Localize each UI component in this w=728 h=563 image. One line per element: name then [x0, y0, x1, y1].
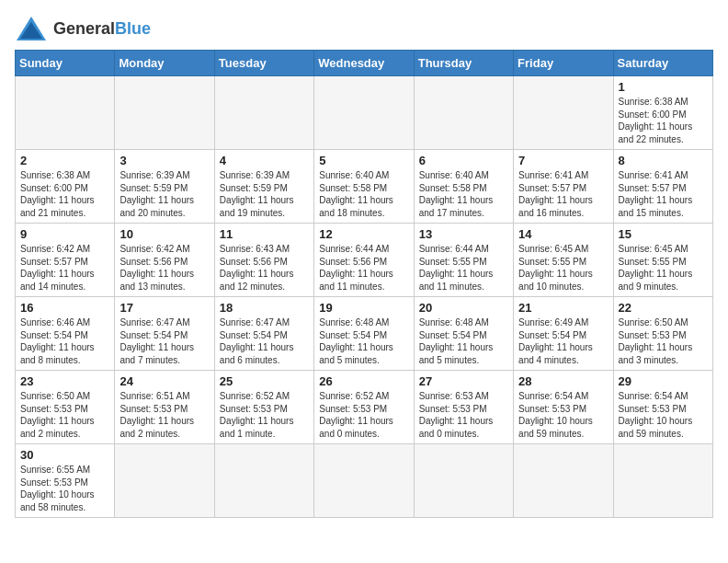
day-number: 7 — [518, 154, 608, 167]
logo: GeneralBlue — [15, 15, 151, 42]
day-number: 10 — [119, 227, 209, 241]
day-number: 11 — [220, 227, 309, 241]
day-number: 18 — [220, 301, 309, 315]
day-info: Sunrise: 6:39 AM Sunset: 5:59 PM Dayligh… — [119, 169, 209, 219]
day-info: Sunrise: 6:44 AM Sunset: 5:56 PM Dayligh… — [319, 243, 408, 293]
day-number: 25 — [220, 374, 309, 388]
calendar-cell — [314, 76, 414, 150]
day-info: Sunrise: 6:38 AM Sunset: 6:00 PM Dayligh… — [20, 169, 109, 219]
day-info: Sunrise: 6:47 AM Sunset: 5:54 PM Dayligh… — [119, 316, 209, 366]
day-info: Sunrise: 6:55 AM Sunset: 5:53 PM Dayligh… — [20, 464, 109, 513]
day-number: 13 — [419, 227, 508, 241]
day-number: 26 — [319, 374, 408, 388]
calendar-week-row: 23Sunrise: 6:50 AM Sunset: 5:53 PM Dayli… — [16, 371, 713, 444]
calendar-cell: 10Sunrise: 6:42 AM Sunset: 5:56 PM Dayli… — [115, 224, 214, 297]
day-info: Sunrise: 6:43 AM Sunset: 5:56 PM Dayligh… — [220, 243, 309, 293]
calendar-cell: 4Sunrise: 6:39 AM Sunset: 5:59 PM Daylig… — [214, 150, 313, 224]
calendar-cell — [414, 76, 513, 150]
logo-text: GeneralBlue — [53, 20, 151, 38]
calendar-week-row: 16Sunrise: 6:46 AM Sunset: 5:54 PM Dayli… — [16, 297, 713, 371]
calendar-cell — [214, 444, 313, 518]
day-info: Sunrise: 6:40 AM Sunset: 5:58 PM Dayligh… — [319, 169, 408, 219]
day-number: 28 — [518, 374, 608, 388]
day-info: Sunrise: 6:54 AM Sunset: 5:53 PM Dayligh… — [518, 390, 608, 440]
calendar-header: SundayMondayTuesdayWednesdayThursdayFrid… — [16, 51, 713, 76]
calendar-cell: 15Sunrise: 6:45 AM Sunset: 5:55 PM Dayli… — [613, 224, 712, 297]
day-info: Sunrise: 6:42 AM Sunset: 5:57 PM Dayligh… — [20, 243, 109, 293]
calendar-cell: 25Sunrise: 6:52 AM Sunset: 5:53 PM Dayli… — [214, 371, 313, 444]
day-number: 14 — [518, 227, 608, 241]
calendar-cell: 8Sunrise: 6:41 AM Sunset: 5:57 PM Daylig… — [613, 150, 712, 224]
calendar-cell: 1Sunrise: 6:38 AM Sunset: 6:00 PM Daylig… — [613, 76, 712, 150]
day-info: Sunrise: 6:51 AM Sunset: 5:53 PM Dayligh… — [119, 390, 209, 440]
calendar-cell: 23Sunrise: 6:50 AM Sunset: 5:53 PM Dayli… — [16, 371, 115, 444]
day-info: Sunrise: 6:52 AM Sunset: 5:53 PM Dayligh… — [319, 390, 408, 440]
calendar-cell: 6Sunrise: 6:40 AM Sunset: 5:58 PM Daylig… — [414, 150, 513, 224]
day-of-week-header: Monday — [115, 51, 214, 76]
day-number: 6 — [419, 154, 508, 167]
day-number: 30 — [20, 448, 109, 462]
day-number: 29 — [619, 374, 708, 388]
day-number: 27 — [419, 374, 508, 388]
calendar-cell — [314, 444, 414, 518]
day-of-week-header: Wednesday — [314, 51, 414, 76]
calendar-cell: 22Sunrise: 6:50 AM Sunset: 5:53 PM Dayli… — [613, 297, 712, 371]
calendar-cell: 29Sunrise: 6:54 AM Sunset: 5:53 PM Dayli… — [613, 371, 712, 444]
calendar-cell: 7Sunrise: 6:41 AM Sunset: 5:57 PM Daylig… — [514, 150, 613, 224]
day-number: 3 — [119, 154, 209, 167]
calendar-cell: 19Sunrise: 6:48 AM Sunset: 5:54 PM Dayli… — [314, 297, 414, 371]
day-number: 16 — [20, 301, 109, 315]
day-number: 9 — [20, 227, 109, 241]
day-number: 19 — [319, 301, 408, 315]
day-number: 12 — [319, 227, 408, 241]
calendar-cell: 16Sunrise: 6:46 AM Sunset: 5:54 PM Dayli… — [16, 297, 115, 371]
day-number: 15 — [619, 227, 708, 241]
calendar-cell: 13Sunrise: 6:44 AM Sunset: 5:55 PM Dayli… — [414, 224, 513, 297]
day-of-week-header: Friday — [514, 51, 613, 76]
calendar-cell: 28Sunrise: 6:54 AM Sunset: 5:53 PM Dayli… — [514, 371, 613, 444]
calendar-body: 1Sunrise: 6:38 AM Sunset: 6:00 PM Daylig… — [16, 76, 713, 518]
day-info: Sunrise: 6:40 AM Sunset: 5:58 PM Dayligh… — [419, 169, 508, 219]
calendar-cell: 21Sunrise: 6:49 AM Sunset: 5:54 PM Dayli… — [514, 297, 613, 371]
calendar-cell: 3Sunrise: 6:39 AM Sunset: 5:59 PM Daylig… — [115, 150, 214, 224]
day-info: Sunrise: 6:45 AM Sunset: 5:55 PM Dayligh… — [619, 243, 708, 293]
day-number: 21 — [518, 301, 608, 315]
day-info: Sunrise: 6:53 AM Sunset: 5:53 PM Dayligh… — [419, 390, 508, 440]
calendar-cell: 30Sunrise: 6:55 AM Sunset: 5:53 PM Dayli… — [16, 444, 115, 518]
day-number: 4 — [220, 154, 309, 167]
day-info: Sunrise: 6:39 AM Sunset: 5:59 PM Dayligh… — [220, 169, 309, 219]
day-of-week-header: Saturday — [613, 51, 712, 76]
day-of-week-header: Sunday — [16, 51, 115, 76]
day-info: Sunrise: 6:42 AM Sunset: 5:56 PM Dayligh… — [119, 243, 209, 293]
calendar-cell: 12Sunrise: 6:44 AM Sunset: 5:56 PM Dayli… — [314, 224, 414, 297]
calendar-cell — [514, 444, 613, 518]
calendar-cell: 14Sunrise: 6:45 AM Sunset: 5:55 PM Dayli… — [514, 224, 613, 297]
day-info: Sunrise: 6:54 AM Sunset: 5:53 PM Dayligh… — [619, 390, 708, 440]
day-number: 8 — [619, 154, 708, 167]
calendar-cell: 18Sunrise: 6:47 AM Sunset: 5:54 PM Dayli… — [214, 297, 313, 371]
day-number: 2 — [20, 154, 109, 167]
day-number: 17 — [119, 301, 209, 315]
calendar-cell: 17Sunrise: 6:47 AM Sunset: 5:54 PM Dayli… — [115, 297, 214, 371]
day-of-week-header: Thursday — [414, 51, 513, 76]
day-info: Sunrise: 6:52 AM Sunset: 5:53 PM Dayligh… — [220, 390, 309, 440]
page-header: GeneralBlue — [15, 15, 713, 42]
calendar-cell: 2Sunrise: 6:38 AM Sunset: 6:00 PM Daylig… — [16, 150, 115, 224]
calendar-cell — [514, 76, 613, 150]
day-info: Sunrise: 6:50 AM Sunset: 5:53 PM Dayligh… — [619, 316, 708, 366]
day-info: Sunrise: 6:38 AM Sunset: 6:00 PM Dayligh… — [619, 96, 708, 145]
day-info: Sunrise: 6:45 AM Sunset: 5:55 PM Dayligh… — [518, 243, 608, 293]
calendar-cell: 27Sunrise: 6:53 AM Sunset: 5:53 PM Dayli… — [414, 371, 513, 444]
day-info: Sunrise: 6:47 AM Sunset: 5:54 PM Dayligh… — [220, 316, 309, 366]
day-info: Sunrise: 6:46 AM Sunset: 5:54 PM Dayligh… — [20, 316, 109, 366]
day-info: Sunrise: 6:50 AM Sunset: 5:53 PM Dayligh… — [20, 390, 109, 440]
calendar-cell — [214, 76, 313, 150]
day-info: Sunrise: 6:49 AM Sunset: 5:54 PM Dayligh… — [518, 316, 608, 366]
day-number: 23 — [20, 374, 109, 388]
calendar-cell — [115, 444, 214, 518]
day-number: 5 — [319, 154, 408, 167]
calendar-cell — [16, 76, 115, 150]
day-info: Sunrise: 6:48 AM Sunset: 5:54 PM Dayligh… — [319, 316, 408, 366]
day-number: 20 — [419, 301, 508, 315]
calendar-cell: 20Sunrise: 6:48 AM Sunset: 5:54 PM Dayli… — [414, 297, 513, 371]
